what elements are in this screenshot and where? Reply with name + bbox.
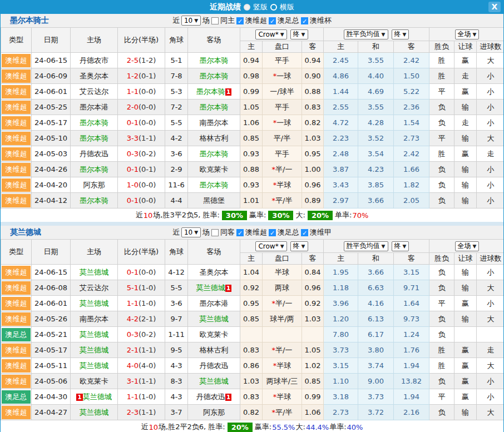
score-cell: 0-1(0-0) (118, 115, 165, 131)
handicap-cell: *一球 (263, 115, 302, 131)
col-home: 主场 (71, 240, 118, 265)
odds-stage-select[interactable]: 终▼ (290, 29, 308, 39)
odds-home-cell: 1.03 (240, 374, 263, 389)
result-goals-cell: 大 (477, 358, 504, 374)
halftime-score: (2-1) (139, 315, 156, 323)
corner-cell: 4-3 (165, 358, 188, 374)
layout-horizontal-radio[interactable] (270, 4, 277, 11)
away-team-cell: 黑德堡 (188, 193, 240, 208)
handicap-text: 半/一 (275, 165, 292, 173)
col-avg-home: 主 (324, 41, 358, 53)
chevron-down-icon: ▼ (473, 244, 477, 249)
result-wdl-cell: 负 (429, 265, 454, 280)
result-goals-cell: 小 (477, 68, 504, 84)
avg-type-select[interactable]: 胜平负均值▼ (344, 29, 388, 39)
league-checkbox-2[interactable]: ✓ (269, 17, 276, 24)
avg-away-cell: 2.42 (394, 53, 429, 68)
result-wdl-cell: 负 (429, 177, 454, 193)
match-count-select[interactable]: 10▼ (181, 16, 201, 26)
score-cell: 3-1(1-1) (118, 374, 165, 389)
result-goals-cell: 小 (477, 296, 504, 311)
league-cell: 澳维超 (1, 84, 32, 100)
result-handicap-cell: 赢 (454, 53, 477, 68)
league-tag: 澳维超 (2, 312, 31, 326)
avg-stage-select[interactable]: 终▼ (392, 29, 409, 39)
home-team-name: 墨尔本骑 (80, 118, 108, 127)
away-team-name: 阿东那 (203, 408, 225, 416)
avg-home-cell: 4.86 (324, 68, 358, 84)
league-cell: 澳维超 (1, 405, 32, 420)
scope-select[interactable]: 全场▼ (455, 241, 480, 251)
league-tag: 澳维超 (2, 54, 31, 67)
avg-type-select[interactable]: 胜平负均值▼ (344, 241, 388, 251)
fulltime-score: 1-1 (127, 87, 139, 96)
league-checkbox-3[interactable]: ✓ (301, 17, 308, 24)
home-team-cell: 艾云达尔 (71, 84, 118, 100)
match-row: 澳维超24-04-20阿东那1-0(0-0)11-6墨尔本骑0.93*半球0.9… (1, 177, 504, 193)
result-wdl-cell: 胜 (429, 358, 454, 374)
score-cell: 2-5(1-2) (118, 53, 165, 68)
same-home-checkbox[interactable] (211, 17, 219, 24)
result-wdl-cell: 平 (429, 389, 454, 405)
league-cell: 澳维超 (1, 100, 32, 115)
home-team-name: 丹德农市 (80, 56, 108, 64)
red-card-badge: 1 (225, 394, 232, 401)
close-button[interactable]: X (488, 2, 501, 12)
summary-text: 赢率: (255, 422, 271, 432)
corner-cell: 2-9 (165, 162, 188, 177)
match-row: 澳维超24-05-25墨尔本港2-0(0-0)7-2墨尔本骑1.05平手0.83… (1, 100, 504, 115)
layout-horizontal-label[interactable]: 横版 (280, 2, 294, 12)
league-checkbox-2[interactable]: ✓ (269, 229, 276, 236)
odds-home-cell: 0.99 (240, 84, 263, 100)
result-goals-cell: 小 (477, 84, 504, 100)
layout-vertical-radio[interactable] (244, 4, 250, 11)
league-checkbox-1[interactable]: ✓ (236, 229, 244, 236)
summary-text: 单率: (335, 210, 352, 220)
scope-select[interactable]: 全场▼ (455, 29, 480, 39)
away-team-name: 欧克莱卡 (200, 330, 229, 339)
bookmaker-select[interactable]: Crow*▼ (255, 241, 286, 251)
away-team-cell: 墨尔本骑 (188, 146, 240, 162)
away-team-cell: 南墨尔本 (188, 115, 240, 131)
handicap-cell: *半/一 (263, 296, 302, 311)
col-date: 日期 (32, 28, 71, 53)
league-checkbox-1[interactable]: ✓ (236, 17, 244, 24)
handicap-text: 半球 (276, 181, 291, 189)
layout-vertical-label[interactable]: 竖版 (253, 2, 268, 12)
league-cell: 澳维超 (1, 162, 32, 177)
result-handicap-cell: 输 (454, 131, 477, 146)
result-handicap-cell: 输 (454, 100, 477, 115)
col-avg-draw: 和 (358, 41, 394, 53)
handicap-text: 两球 (275, 284, 289, 292)
result-goals-cell: 大 (477, 405, 504, 420)
home-team-name: 南墨尔本 (80, 315, 108, 323)
odds-stage-select[interactable]: 终▼ (290, 241, 308, 251)
score-cell: 1-1(1-0) (118, 389, 165, 405)
home-team-cell: 欧克莱卡 (71, 374, 118, 389)
handicap-text: 一球 (276, 118, 291, 127)
date-cell: 24-04-20 (32, 177, 71, 193)
near-label: 近 (172, 16, 180, 26)
result-handicap-cell: 输 (454, 405, 477, 420)
league-tag: 澳维超 (2, 375, 31, 388)
avg-stage-select[interactable]: 终▼ (392, 241, 409, 251)
odds-home-cell: 0.92 (240, 280, 263, 296)
league-checkbox-3[interactable]: ✓ (301, 229, 308, 236)
col-away: 客场 (188, 240, 240, 265)
home-team-cell: 莫兰德城 (71, 405, 118, 420)
match-count-select[interactable]: 10▼ (181, 227, 201, 237)
result-wdl-cell: 胜 (429, 68, 454, 84)
same-away-checkbox[interactable] (211, 229, 219, 236)
result-goals-cell: 走 (477, 146, 504, 162)
bookmaker-select[interactable]: Crow*▼ (255, 29, 286, 39)
result-wdl-cell: 平 (429, 296, 454, 311)
col-score: 比分(半场) (118, 240, 165, 265)
score-cell: 0-1(0-1) (118, 162, 165, 177)
score-cell: 1-0(0-0) (118, 177, 165, 193)
home-team-cell: 墨尔本骑 (71, 115, 118, 131)
halftime-score: (1-1) (139, 134, 156, 142)
league-label-1: 澳维超 (245, 227, 267, 237)
result-handicap-cell: 赢 (454, 342, 477, 358)
away-team-name: 莫兰德城 (196, 284, 225, 292)
odds-home-cell: 0.82 (240, 405, 263, 420)
